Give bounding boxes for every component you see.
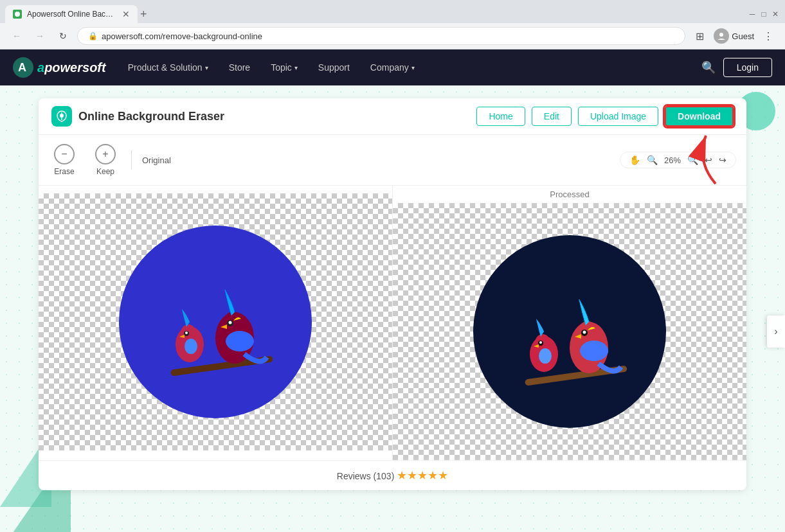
- active-tab[interactable]: Apowersoft Online Backgroun ✕: [5, 5, 138, 23]
- chevron-down-icon: ▾: [205, 64, 208, 71]
- original-bird-image: [119, 226, 312, 418]
- profile-btn[interactable]: Guest: [714, 28, 754, 44]
- app-logo: [51, 106, 72, 127]
- edit-btn[interactable]: Edit: [532, 107, 572, 126]
- address-bar: ← → ↻ 🔒 apowersoft.com/remove-background…: [0, 23, 785, 49]
- svg-point-21: [539, 341, 542, 344]
- logo-text: apowersoft: [37, 60, 106, 75]
- pan-tool-icon[interactable]: ✋: [629, 155, 640, 165]
- svg-point-0: [15, 12, 20, 17]
- redo-btn[interactable]: ↪: [719, 155, 726, 165]
- app-title: Online Background Eraser: [78, 110, 224, 123]
- nav-topic[interactable]: Topic ▾: [262, 57, 307, 78]
- processed-canvas: [393, 203, 746, 460]
- address-text: apowersoft.com/remove-background-online: [102, 31, 262, 41]
- zoom-in-btn[interactable]: 🔍: [687, 155, 698, 165]
- forward-btn[interactable]: →: [31, 27, 49, 45]
- nav-right: 🔍 Login: [701, 58, 772, 77]
- erase-tool[interactable]: − Erase: [49, 141, 80, 179]
- nav-product-solution[interactable]: Product & Solution ▾: [119, 57, 217, 78]
- keep-label: Keep: [96, 167, 114, 176]
- processed-panel-label: Processed: [393, 186, 746, 203]
- tab-close-btn[interactable]: ✕: [122, 9, 130, 19]
- extensions-btn[interactable]: ⊞: [690, 27, 708, 45]
- search-icon[interactable]: 🔍: [701, 60, 716, 75]
- maximize-btn[interactable]: □: [759, 10, 768, 19]
- nav-company[interactable]: Company ▾: [361, 57, 424, 78]
- svg-point-8: [185, 339, 197, 354]
- svg-point-19: [539, 348, 552, 364]
- tab-bar: Apowersoft Online Backgroun ✕ + ─ □ ✕: [0, 0, 785, 23]
- new-tab-btn[interactable]: +: [140, 8, 147, 20]
- original-canvas: [39, 193, 392, 450]
- lock-icon: 🔒: [88, 31, 98, 40]
- nav-support[interactable]: Support: [309, 57, 359, 78]
- canvas-wrapper: Processed: [39, 186, 746, 460]
- keep-icon: +: [95, 144, 116, 164]
- svg-point-4: [60, 114, 64, 118]
- minimize-btn[interactable]: ─: [748, 10, 757, 19]
- erase-label: Erase: [54, 167, 74, 176]
- address-input[interactable]: 🔒 apowersoft.com/remove-background-onlin…: [77, 27, 685, 45]
- reviews-bar: Reviews (103) ★★★★★: [39, 460, 746, 490]
- page-content: Online Background Eraser Home Edit Uploa…: [0, 85, 785, 532]
- app-header: Online Background Eraser Home Edit Uploa…: [39, 98, 746, 135]
- svg-text:A: A: [18, 61, 26, 74]
- logo[interactable]: A apowersoft: [13, 57, 106, 78]
- svg-point-1: [719, 33, 723, 37]
- nav-store[interactable]: Store: [220, 57, 259, 78]
- svg-point-26: [583, 331, 586, 334]
- tab-title: Apowersoft Online Backgroun: [27, 10, 117, 19]
- window-controls: ─ □ ✕: [748, 10, 785, 19]
- svg-point-24: [580, 341, 608, 361]
- download-button[interactable]: Download: [665, 106, 734, 127]
- home-btn[interactable]: Home: [476, 107, 525, 126]
- browser-right: ⊞ Guest ⋮: [690, 27, 777, 45]
- erase-icon: −: [54, 144, 75, 164]
- svg-point-10: [185, 332, 188, 334]
- login-button[interactable]: Login: [723, 58, 772, 77]
- nav-menu: Product & Solution ▾ Store Topic ▾ Suppo…: [119, 57, 701, 78]
- zoom-level: 26%: [664, 155, 681, 165]
- chevron-down-icon-2: ▾: [294, 64, 298, 71]
- zoom-controls: ✋ 🔍 26% 🔍 ↩ ↪: [620, 152, 736, 168]
- processed-bird-image: [473, 235, 666, 428]
- close-btn[interactable]: ✕: [771, 10, 780, 19]
- undo-btn[interactable]: ↩: [705, 155, 712, 165]
- svg-point-15: [229, 321, 232, 324]
- app-area: Online Background Eraser Home Edit Uploa…: [39, 98, 746, 490]
- original-label: Original: [142, 155, 171, 165]
- browser-chrome: Apowersoft Online Backgroun ✕ + ─ □ ✕ ← …: [0, 0, 785, 49]
- keep-tool[interactable]: + Keep: [90, 141, 121, 179]
- reload-btn[interactable]: ↻: [54, 27, 72, 45]
- reviews-stars: ★★★★★: [397, 469, 448, 482]
- back-btn[interactable]: ←: [8, 27, 26, 45]
- app-nav: Home Edit Upload Image Download: [476, 106, 734, 127]
- original-panel: [39, 186, 393, 460]
- chevron-down-icon-3: ▾: [411, 64, 415, 71]
- original-panel-label: [39, 186, 392, 193]
- tab-favicon: [13, 10, 22, 19]
- menu-btn[interactable]: ⋮: [759, 27, 777, 45]
- zoom-out-btn[interactable]: 🔍: [647, 155, 658, 165]
- side-panel-toggle[interactable]: ›: [767, 315, 785, 348]
- processed-panel: Processed: [393, 186, 746, 460]
- upload-image-btn[interactable]: Upload Image: [578, 107, 658, 126]
- toolbar-divider: [131, 150, 132, 170]
- reviews-label: Reviews (103): [337, 471, 394, 481]
- site-nav: A apowersoft Product & Solution ▾ Store …: [0, 49, 785, 85]
- profile-name: Guest: [732, 31, 754, 41]
- svg-point-13: [226, 331, 254, 351]
- editor-toolbar: − Erase + Keep Original ✋ 🔍 26% 🔍 ↩ ↪: [39, 135, 746, 186]
- profile-icon: [714, 28, 729, 44]
